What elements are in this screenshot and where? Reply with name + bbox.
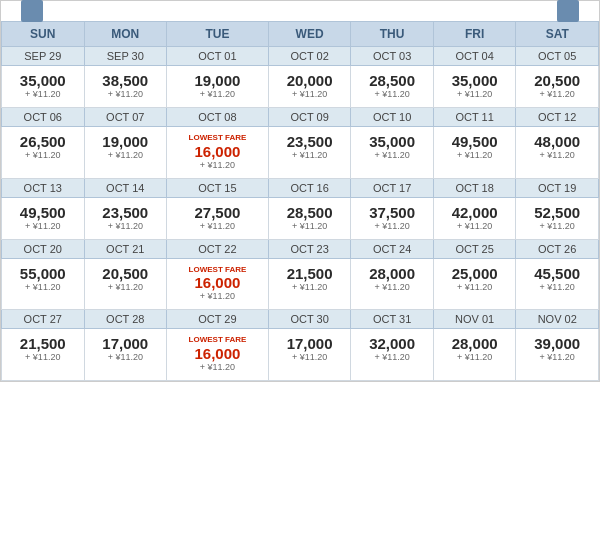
fare-cell[interactable]: 19,000+ ¥11.20 [167, 66, 269, 108]
calendar-container: SUNMONTUEWEDTHUFRISAT SEP 29SEP 30OCT 01… [0, 0, 600, 382]
fare-cell[interactable]: 23,500+ ¥11.20 [84, 197, 167, 239]
fare-cell[interactable]: 17,000+ ¥11.20 [84, 329, 167, 381]
fare-cell[interactable]: 23,500+ ¥11.20 [268, 127, 351, 179]
fare-amount: 21,500 [271, 265, 349, 282]
fare-row-2: 49,500+ ¥11.2023,500+ ¥11.2027,500+ ¥11.… [2, 197, 599, 239]
fare-cell[interactable]: 20,500+ ¥11.20 [84, 258, 167, 310]
fare-sub: + ¥11.20 [436, 221, 514, 231]
fare-cell[interactable]: 19,000+ ¥11.20 [84, 127, 167, 179]
fare-cell[interactable]: LOWEST FARE16,000+ ¥11.20 [167, 127, 269, 179]
fare-cell[interactable]: 35,000+ ¥11.20 [433, 66, 516, 108]
date-cell: OCT 06 [2, 108, 85, 127]
fare-amount: 17,000 [87, 335, 165, 352]
fare-row-3: 55,000+ ¥11.2020,500+ ¥11.20LOWEST FARE1… [2, 258, 599, 310]
fare-sub: + ¥11.20 [169, 221, 266, 231]
calendar-header [1, 1, 599, 21]
date-cell: OCT 21 [84, 239, 167, 258]
date-cell: OCT 13 [2, 178, 85, 197]
date-cell: OCT 16 [268, 178, 351, 197]
fare-cell[interactable]: 38,500+ ¥11.20 [84, 66, 167, 108]
date-cell: OCT 12 [516, 108, 599, 127]
fare-row-4: 21,500+ ¥11.2017,000+ ¥11.20LOWEST FARE1… [2, 329, 599, 381]
fare-amount: 28,500 [271, 204, 349, 221]
fare-cell[interactable]: LOWEST FARE16,000+ ¥11.20 [167, 258, 269, 310]
fare-cell[interactable]: 52,500+ ¥11.20 [516, 197, 599, 239]
fare-amount: 28,000 [353, 265, 431, 282]
fare-sub: + ¥11.20 [169, 89, 266, 99]
day-header-mon: MON [84, 22, 167, 47]
date-cell: OCT 25 [433, 239, 516, 258]
fare-cell[interactable]: 49,500+ ¥11.20 [2, 197, 85, 239]
fare-sub: + ¥11.20 [4, 150, 82, 160]
fare-cell[interactable]: 28,500+ ¥11.20 [351, 66, 434, 108]
date-cell: OCT 24 [351, 239, 434, 258]
fare-cell[interactable]: 42,000+ ¥11.20 [433, 197, 516, 239]
fare-amount: 26,500 [4, 133, 82, 150]
fare-cell[interactable]: 20,500+ ¥11.20 [516, 66, 599, 108]
fare-sub: + ¥11.20 [353, 221, 431, 231]
fare-amount: 23,500 [271, 133, 349, 150]
fare-cell[interactable]: 28,500+ ¥11.20 [268, 197, 351, 239]
prev-month-button[interactable] [21, 0, 43, 22]
day-header-tue: TUE [167, 22, 269, 47]
fare-cell[interactable]: 45,500+ ¥11.20 [516, 258, 599, 310]
fare-sub: + ¥11.20 [4, 282, 82, 292]
fare-amount: 27,500 [169, 204, 266, 221]
date-cell: OCT 07 [84, 108, 167, 127]
fare-cell[interactable]: 26,500+ ¥11.20 [2, 127, 85, 179]
next-month-button[interactable] [557, 0, 579, 22]
date-cell: OCT 11 [433, 108, 516, 127]
fare-sub: + ¥11.20 [271, 150, 349, 160]
date-cell: OCT 26 [516, 239, 599, 258]
fare-sub: + ¥11.20 [436, 150, 514, 160]
fare-sub: + ¥11.20 [271, 89, 349, 99]
fare-cell[interactable]: 35,000+ ¥11.20 [351, 127, 434, 179]
date-row-4: OCT 27OCT 28OCT 29OCT 30OCT 31NOV 01NOV … [2, 310, 599, 329]
fare-amount: 42,000 [436, 204, 514, 221]
fare-cell[interactable]: 21,500+ ¥11.20 [268, 258, 351, 310]
date-row-3: OCT 20OCT 21OCT 22OCT 23OCT 24OCT 25OCT … [2, 239, 599, 258]
fare-amount: 20,000 [271, 72, 349, 89]
fare-cell[interactable]: 39,000+ ¥11.20 [516, 329, 599, 381]
fare-cell[interactable]: 20,000+ ¥11.20 [268, 66, 351, 108]
fare-amount: 20,500 [87, 265, 165, 282]
date-cell: OCT 17 [351, 178, 434, 197]
fare-sub: + ¥11.20 [436, 282, 514, 292]
fare-sub: + ¥11.20 [4, 221, 82, 231]
fare-amount: 21,500 [4, 335, 82, 352]
fare-amount: 28,000 [436, 335, 514, 352]
fare-cell[interactable]: 27,500+ ¥11.20 [167, 197, 269, 239]
fare-cell[interactable]: 48,000+ ¥11.20 [516, 127, 599, 179]
fare-cell[interactable]: 32,000+ ¥11.20 [351, 329, 434, 381]
fare-cell[interactable]: 25,000+ ¥11.20 [433, 258, 516, 310]
date-cell: OCT 31 [351, 310, 434, 329]
fare-amount: 35,000 [353, 133, 431, 150]
fare-amount: 16,000 [169, 143, 266, 160]
fare-cell[interactable]: 55,000+ ¥11.20 [2, 258, 85, 310]
fare-amount: 20,500 [518, 72, 596, 89]
fare-amount: 19,000 [87, 133, 165, 150]
fare-cell[interactable]: 35,000+ ¥11.20 [2, 66, 85, 108]
date-cell: OCT 19 [516, 178, 599, 197]
date-cell: OCT 01 [167, 47, 269, 66]
fare-cell[interactable]: 37,500+ ¥11.20 [351, 197, 434, 239]
fare-sub: + ¥11.20 [271, 282, 349, 292]
fare-cell[interactable]: 49,500+ ¥11.20 [433, 127, 516, 179]
date-cell: OCT 15 [167, 178, 269, 197]
fare-sub: + ¥11.20 [87, 282, 165, 292]
fare-amount: 23,500 [87, 204, 165, 221]
date-cell: OCT 09 [268, 108, 351, 127]
fare-cell[interactable]: 17,000+ ¥11.20 [268, 329, 351, 381]
fare-sub: + ¥11.20 [436, 352, 514, 362]
fare-cell[interactable]: 21,500+ ¥11.20 [2, 329, 85, 381]
date-cell: OCT 29 [167, 310, 269, 329]
fare-amount: 25,000 [436, 265, 514, 282]
fare-sub: + ¥11.20 [169, 291, 266, 301]
fare-cell[interactable]: 28,000+ ¥11.20 [433, 329, 516, 381]
fare-cell[interactable]: LOWEST FARE16,000+ ¥11.20 [167, 329, 269, 381]
fare-amount: 39,000 [518, 335, 596, 352]
fare-sub: + ¥11.20 [353, 282, 431, 292]
fare-cell[interactable]: 28,000+ ¥11.20 [351, 258, 434, 310]
day-header-sat: SAT [516, 22, 599, 47]
fare-sub: + ¥11.20 [169, 362, 266, 372]
